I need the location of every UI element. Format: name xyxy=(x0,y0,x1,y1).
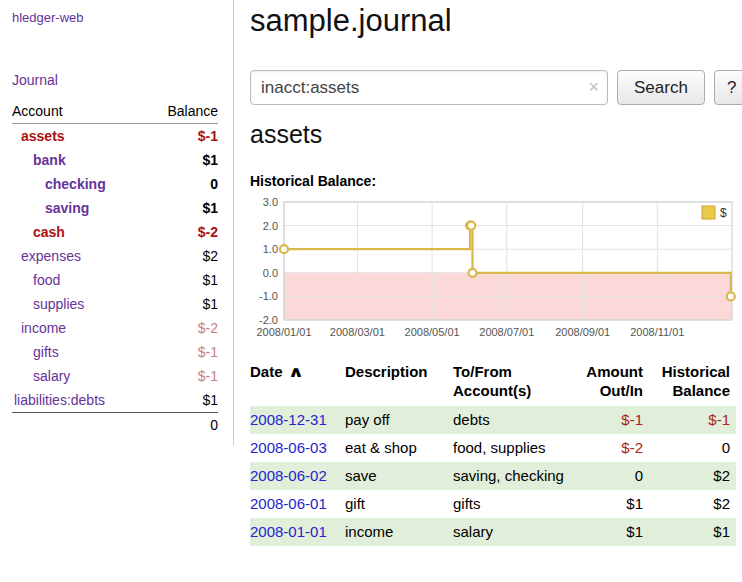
register-col-header[interactable]: Date ∧ xyxy=(250,360,345,406)
account-link[interactable]: gifts xyxy=(33,344,59,360)
account-balance: $1 xyxy=(146,196,218,220)
account-balance: 0 xyxy=(146,172,218,196)
transaction-date-link[interactable]: 2008-06-03 xyxy=(250,439,327,456)
data-point-marker xyxy=(467,222,475,230)
y-tick-label: -2.0 xyxy=(259,314,278,326)
account-row: cash$-2 xyxy=(12,220,218,244)
account-balance: $-1 xyxy=(146,364,218,388)
transaction-balance: 0 xyxy=(649,434,736,462)
accounts-col-account: Account xyxy=(12,100,146,124)
account-balance: $-1 xyxy=(146,124,218,149)
account-link[interactable]: saving xyxy=(45,200,89,216)
account-link[interactable]: food xyxy=(33,272,60,288)
account-balance: $-2 xyxy=(146,316,218,340)
account-link[interactable]: checking xyxy=(45,176,106,192)
search-input[interactable] xyxy=(250,70,608,105)
y-tick-label: 0.0 xyxy=(263,267,278,279)
register-header-row: Date ∧DescriptionTo/FromAccount(s)Amount… xyxy=(250,360,736,406)
account-balance: $1 xyxy=(146,268,218,292)
transaction-date-cell: 2008-06-03 xyxy=(250,434,345,462)
transaction-date-cell: 2008-01-01 xyxy=(250,518,345,546)
y-tick-label: -1.0 xyxy=(259,290,278,302)
transaction-amount: 0 xyxy=(571,462,649,490)
account-row: gifts$-1 xyxy=(12,340,218,364)
main-content: sample.journal × Search ? assets Histori… xyxy=(234,0,742,546)
account-link[interactable]: liabilities:debts xyxy=(14,392,105,408)
transaction-description: income xyxy=(345,518,453,546)
account-row: supplies$1 xyxy=(12,292,218,316)
historical-balance-chart: 3.02.01.00.0-1.0-2.02008/01/012008/03/01… xyxy=(250,196,738,344)
transaction-accounts: food, supplies xyxy=(453,434,571,462)
sidebar-item-journal[interactable]: Journal xyxy=(12,72,218,88)
accounts-total-spacer xyxy=(12,413,146,438)
y-tick-label: 3.0 xyxy=(263,196,278,208)
app-title-link[interactable]: hledger-web xyxy=(12,10,218,25)
x-tick-label: 2008/09/01 xyxy=(555,326,610,338)
transaction-date-link[interactable]: 2008-01-01 xyxy=(250,523,327,540)
sort-asc-icon: ∧ xyxy=(288,362,304,381)
transaction-date-cell: 2008-12-31 xyxy=(250,406,345,434)
accounts-table: Account Balance assets$-1bank$1checking0… xyxy=(12,100,218,437)
page: hledger-web Journal Account Balance asse… xyxy=(0,0,742,582)
register-col-header: HistoricalBalance xyxy=(649,360,736,406)
transaction-date-cell: 2008-06-01 xyxy=(250,490,345,518)
legend-label: $ xyxy=(720,206,727,220)
account-row: income$-2 xyxy=(12,316,218,340)
search-row: × Search ? xyxy=(250,70,742,105)
register-col-header: AmountOut/In xyxy=(571,360,649,406)
account-link[interactable]: assets xyxy=(21,128,65,144)
account-row: food$1 xyxy=(12,268,218,292)
y-tick-label: 1.0 xyxy=(263,243,278,255)
account-link[interactable]: bank xyxy=(33,152,66,168)
account-link[interactable]: supplies xyxy=(33,296,84,312)
x-tick-label: 2008/01/01 xyxy=(256,326,311,338)
transaction-accounts: gifts xyxy=(453,490,571,518)
transaction-amount: $1 xyxy=(571,518,649,546)
x-tick-label: 2008/05/01 xyxy=(405,326,460,338)
transaction-accounts: debts xyxy=(453,406,571,434)
clear-search-icon[interactable]: × xyxy=(588,77,599,97)
transaction-balance: $2 xyxy=(649,490,736,518)
account-row: assets$-1 xyxy=(12,124,218,149)
transaction-date-link[interactable]: 2008-06-02 xyxy=(250,467,327,484)
register-col-header: To/FromAccount(s) xyxy=(453,360,571,406)
account-link[interactable]: expenses xyxy=(21,248,81,264)
accounts-total-balance: 0 xyxy=(146,413,218,438)
accounts-col-balance: Balance xyxy=(146,100,218,124)
transaction-amount: $-1 xyxy=(571,406,649,434)
account-link[interactable]: cash xyxy=(33,224,65,240)
account-link[interactable]: salary xyxy=(33,368,70,384)
help-button[interactable]: ? xyxy=(714,70,742,105)
transaction-balance: $-1 xyxy=(649,406,736,434)
data-point-marker xyxy=(727,292,735,300)
account-row: bank$1 xyxy=(12,148,218,172)
y-tick-label: 2.0 xyxy=(263,220,278,232)
search-button[interactable]: Search xyxy=(617,70,705,105)
transaction-description: pay off xyxy=(345,406,453,434)
transaction-date-link[interactable]: 2008-06-01 xyxy=(250,495,327,512)
transaction-amount: $-2 xyxy=(571,434,649,462)
search-box: × xyxy=(250,70,608,105)
sidebar: hledger-web Journal Account Balance asse… xyxy=(0,0,234,446)
account-row: checking0 xyxy=(12,172,218,196)
page-title: sample.journal xyxy=(250,2,742,40)
account-link[interactable]: income xyxy=(21,320,66,336)
transaction-description: gift xyxy=(345,490,453,518)
transaction-amount: $1 xyxy=(571,490,649,518)
account-row: saving$1 xyxy=(12,196,218,220)
register-row: 2008-12-31pay offdebts$-1$-1 xyxy=(250,406,736,434)
transaction-date-link[interactable]: 2008-12-31 xyxy=(250,411,327,428)
account-balance: $-1 xyxy=(146,340,218,364)
transaction-description: eat & shop xyxy=(345,434,453,462)
chart-label: Historical Balance: xyxy=(250,173,742,190)
x-tick-label: 2008/11/01 xyxy=(630,326,684,338)
account-heading: assets xyxy=(250,119,742,149)
legend-swatch xyxy=(702,206,715,219)
account-row: salary$-1 xyxy=(12,364,218,388)
register-row: 2008-01-01incomesalary$1$1 xyxy=(250,518,736,546)
account-balance: $1 xyxy=(146,388,218,413)
transaction-date-cell: 2008-06-02 xyxy=(250,462,345,490)
register-row: 2008-06-01giftgifts$1$2 xyxy=(250,490,736,518)
x-tick-label: 2008/03/01 xyxy=(330,326,385,338)
transaction-description: save xyxy=(345,462,453,490)
